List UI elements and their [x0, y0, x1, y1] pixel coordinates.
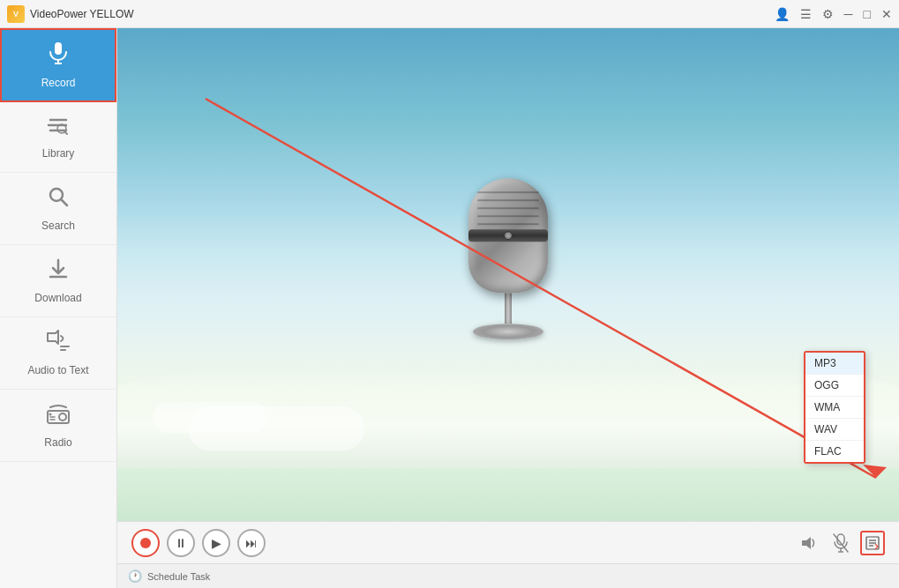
format-item-mp3[interactable]: MP3: [805, 353, 864, 375]
mic-band: [468, 229, 548, 242]
user-icon[interactable]: 👤: [775, 8, 790, 20]
mic-grille: [477, 191, 539, 262]
sidebar: Record Library Se: [0, 28, 117, 588]
sidebar-record-label: Record: [41, 77, 76, 89]
svg-marker-22: [802, 537, 811, 549]
right-controls: [797, 531, 885, 555]
main-layout: Record Library Se: [0, 28, 899, 588]
sidebar-item-search[interactable]: Search: [0, 173, 116, 245]
next-icon: ⏭: [245, 536, 258, 550]
sidebar-item-audio-to-text[interactable]: Audio to Text: [0, 317, 116, 390]
mic-body: [468, 178, 548, 293]
sidebar-item-radio[interactable]: Radio: [0, 390, 116, 462]
audio-to-text-icon: [46, 330, 71, 359]
background-view: MP3 OGG WMA WAV FLAC: [117, 28, 899, 521]
radio-icon: [46, 402, 71, 431]
svg-rect-0: [55, 42, 62, 55]
settings-icon[interactable]: ⚙: [822, 8, 834, 20]
cloud-2: [153, 402, 267, 433]
sidebar-download-label: Download: [34, 292, 81, 304]
mic-band-dot: [504, 231, 513, 240]
record-button[interactable]: [131, 529, 160, 557]
format-item-ogg[interactable]: OGG: [805, 375, 864, 397]
search-icon: [47, 185, 70, 214]
sidebar-library-label: Library: [42, 147, 75, 160]
format-item-flac[interactable]: FLAC: [805, 441, 864, 462]
library-icon: [47, 115, 70, 142]
pause-button[interactable]: ⏸: [167, 529, 195, 557]
sidebar-item-record[interactable]: Record: [0, 28, 116, 102]
sidebar-radio-label: Radio: [44, 436, 71, 449]
schedule-label[interactable]: Schedule Task: [147, 571, 210, 582]
minimize-icon[interactable]: ─: [844, 8, 853, 20]
record-dot: [140, 538, 151, 548]
pause-icon: ⏸: [175, 536, 187, 550]
sidebar-item-download[interactable]: Download: [0, 245, 116, 317]
play-icon: ▶: [212, 536, 221, 550]
app-title: VideoPower YELLOW: [30, 8, 134, 20]
mic-mute-icon[interactable]: [828, 531, 853, 555]
content-area: MP3 OGG WMA WAV FLAC: [117, 28, 899, 588]
sidebar-item-library[interactable]: Library: [0, 102, 116, 173]
svg-marker-12: [48, 331, 58, 344]
next-button[interactable]: ⏭: [237, 529, 266, 557]
sidebar-audio-to-text-label: Audio to Text: [27, 364, 88, 376]
mic-stand-neck: [505, 293, 512, 324]
volume-icon[interactable]: [797, 531, 821, 555]
menu-icon[interactable]: ☰: [800, 8, 812, 20]
schedule-bar: 🕐 Schedule Task: [117, 563, 899, 588]
microphone-graphic: [468, 178, 548, 339]
close-icon[interactable]: ✕: [881, 8, 892, 20]
format-dropdown: MP3 OGG WMA WAV FLAC: [804, 351, 865, 464]
sidebar-search-label: Search: [41, 220, 75, 232]
record-icon: [46, 41, 71, 71]
download-icon: [47, 257, 70, 287]
format-item-wav[interactable]: WAV: [805, 419, 864, 441]
svg-point-16: [59, 413, 66, 421]
play-button[interactable]: ▶: [202, 529, 230, 557]
clock-icon: 🕐: [128, 569, 142, 583]
export-format-button[interactable]: [860, 531, 885, 555]
svg-line-9: [62, 200, 68, 206]
titlebar: V VideoPower YELLOW 👤 ☰ ⚙ ─ □ ✕: [0, 0, 899, 28]
maximize-icon[interactable]: □: [864, 8, 871, 20]
controls-bar: ⏸ ▶ ⏭: [117, 521, 899, 563]
mic-stand-base: [473, 324, 543, 339]
window-controls: 👤 ☰ ⚙ ─ □ ✕: [775, 8, 892, 20]
format-item-wma[interactable]: WMA: [805, 397, 864, 419]
app-logo: V: [7, 5, 25, 23]
svg-line-7: [65, 132, 68, 135]
